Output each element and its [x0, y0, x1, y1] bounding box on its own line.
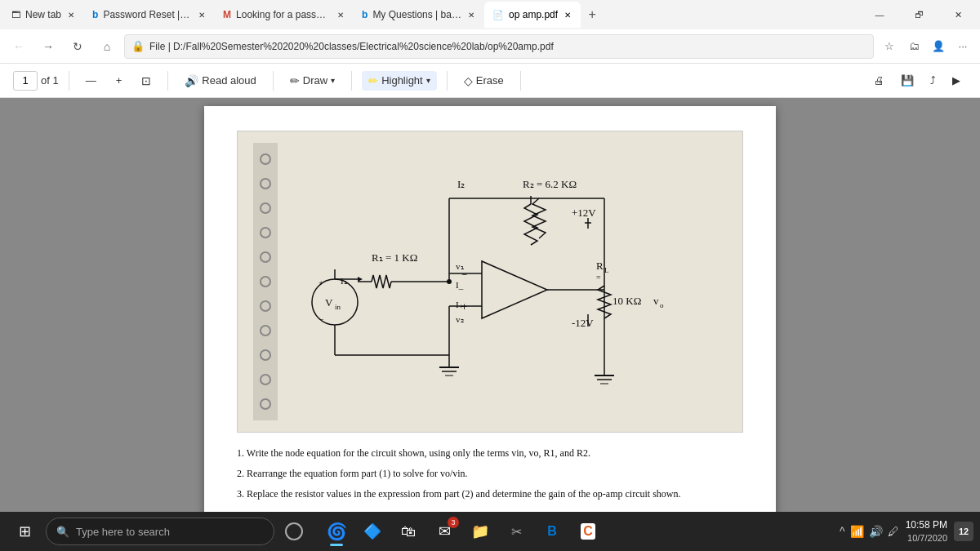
zoom-in-button[interactable]: + — [109, 71, 129, 90]
more-tools-button[interactable]: ▶ — [946, 71, 967, 90]
refresh-button[interactable]: ↻ — [65, 34, 90, 59]
taskbar-search-placeholder: Type here to search — [76, 526, 170, 538]
divider-5 — [447, 71, 448, 91]
wifi-icon[interactable]: 📶 — [850, 525, 864, 538]
tab-op-amp-close[interactable]: ✕ — [563, 9, 572, 21]
taskbar-bing[interactable]: B — [536, 515, 568, 548]
circuit-diagram: R₂ = 6.2 KΩ +12V V in + − — [237, 131, 743, 433]
taskbar-c[interactable]: C — [572, 515, 604, 548]
toolbar-right-icons: ☆ 🗂 👤 ··· — [879, 36, 973, 57]
divider-6 — [520, 71, 521, 91]
divider-3 — [273, 71, 274, 91]
explorer-icon: 📁 — [471, 522, 489, 540]
taskbar-store[interactable]: 🛍 — [392, 515, 425, 548]
taskbar-search[interactable]: 🔍 Type here to search — [46, 518, 274, 545]
question-1: 1. Write the node equation for the circu… — [237, 446, 743, 461]
pdf-toolbar-right: 🖨 💾 ⤴ ▶ — [867, 71, 967, 90]
tab-my-questions-label: My Questions | bartleby — [372, 9, 461, 20]
svg-text:+12V: +12V — [572, 207, 596, 219]
svg-text:R₂ = 6.2 KΩ: R₂ = 6.2 KΩ — [523, 178, 577, 190]
star-button[interactable]: ☆ — [879, 36, 900, 57]
notification-count[interactable]: 12 — [954, 522, 973, 541]
divider-2 — [167, 71, 168, 91]
search-icon: 🔍 — [56, 526, 69, 538]
zoom-out-button[interactable]: — — [79, 71, 103, 90]
svg-text:=: = — [596, 273, 601, 282]
restore-button[interactable]: 🗗 — [900, 0, 938, 29]
tab-looking-for-pw-close[interactable]: ✕ — [336, 9, 345, 21]
svg-text:v: v — [653, 295, 659, 307]
url-text: File | D:/Fall%20Semester%202020%20class… — [149, 41, 866, 52]
svg-marker-60 — [358, 277, 363, 282]
question-2: 2. Rearrange the equation form part (1) … — [237, 466, 743, 482]
address-input[interactable]: 🔒 File | D:/Fall%20Semester%202020%20cla… — [124, 34, 874, 59]
svg-text:10 KΩ: 10 KΩ — [612, 295, 641, 307]
tray-chevron[interactable]: ^ — [840, 525, 845, 538]
taskbar-mail[interactable]: ✉ 3 — [428, 515, 461, 548]
collections-button[interactable]: 🗂 — [903, 36, 924, 57]
fit-page-icon: ⊡ — [141, 74, 151, 87]
share-pdf-button[interactable]: ⤴ — [924, 71, 942, 90]
tab-new-tab[interactable]: 🗔 New tab ✕ — [3, 2, 84, 28]
svg-text:R: R — [596, 260, 604, 272]
tab-looking-for-pw[interactable]: M Looking for a password do ✕ — [215, 2, 354, 28]
tab-new-tab-close[interactable]: ✕ — [66, 9, 76, 21]
fit-page-button[interactable]: ⊡ — [135, 71, 158, 91]
save-button[interactable]: 💾 — [894, 71, 920, 90]
taskbar-right: ^ 📶 🔊 🖊 10:58 PM 10/7/2020 12 — [840, 518, 973, 544]
taskbar-snip[interactable]: ✂ — [500, 515, 532, 548]
tab-my-questions[interactable]: b My Questions | bartleby ✕ — [354, 2, 484, 28]
c-icon: C — [581, 523, 595, 540]
close-button[interactable]: ✕ — [939, 0, 977, 29]
title-bar: 🗔 New tab ✕ b Password Reset | bartleby … — [0, 0, 980, 29]
home-button[interactable]: ⌂ — [95, 34, 119, 59]
page-current-input[interactable] — [13, 71, 38, 91]
read-aloud-label: Read aloud — [202, 74, 256, 87]
settings-button[interactable]: ··· — [952, 36, 973, 57]
divider-1 — [69, 71, 69, 91]
draw-chevron-icon: ▾ — [331, 76, 335, 85]
tab-op-amp-icon: 📄 — [492, 10, 504, 20]
tab-password-reset-label: Password Reset | bartleby — [103, 9, 192, 20]
divider-4 — [351, 71, 352, 91]
erase-button[interactable]: ◇ Erase — [457, 71, 510, 91]
back-button[interactable]: ← — [7, 34, 31, 59]
pdf-content-area[interactable]: R₂ = 6.2 KΩ +12V V in + − — [0, 98, 980, 512]
more-tools-icon: ▶ — [952, 74, 960, 87]
highlight-icon: ✏ — [368, 74, 378, 87]
zoom-out-label: — — [86, 74, 96, 87]
date-display: 10/7/2020 — [906, 532, 947, 544]
svg-text:v₁: v₁ — [456, 261, 464, 271]
svg-text:I₂: I₂ — [457, 178, 465, 190]
share-button[interactable]: 👤 — [928, 36, 949, 57]
svg-text:in: in — [335, 303, 341, 311]
tab-op-amp[interactable]: 📄 op amp.pdf ✕ — [484, 2, 581, 28]
tab-password-reset-icon: b — [92, 9, 98, 20]
page-total-label: of 1 — [41, 74, 59, 87]
tab-password-reset[interactable]: b Password Reset | bartleby ✕ — [84, 2, 215, 28]
draw-button[interactable]: ✏ Draw ▾ — [283, 71, 341, 91]
print-button[interactable]: 🖨 — [867, 71, 891, 90]
start-button[interactable]: ⊞ — [7, 513, 42, 549]
tab-password-reset-close[interactable]: ✕ — [197, 9, 207, 21]
window-controls: — 🗗 ✕ — [861, 0, 977, 29]
volume-icon[interactable]: 🔊 — [869, 525, 883, 538]
svg-text:o: o — [660, 301, 664, 309]
svg-text:-12V: -12V — [572, 317, 594, 329]
taskbar-edge2[interactable]: 🔷 — [356, 515, 389, 548]
clock[interactable]: 10:58 PM 10/7/2020 — [906, 518, 947, 544]
cortana-icon — [285, 522, 303, 540]
pen-icon[interactable]: 🖊 — [888, 525, 899, 538]
store-icon: 🛍 — [401, 523, 416, 540]
taskbar-explorer[interactable]: 📁 — [464, 515, 497, 548]
tab-my-questions-close[interactable]: ✕ — [466, 9, 476, 21]
new-tab-button[interactable]: + — [581, 3, 604, 26]
svg-text:+: + — [318, 278, 323, 287]
highlight-button[interactable]: ✏ Highlight ▾ — [362, 71, 437, 91]
forward-button[interactable]: → — [36, 34, 60, 59]
taskbar-cortana[interactable] — [278, 515, 310, 548]
minimize-button[interactable]: — — [861, 0, 898, 29]
svg-rect-0 — [253, 143, 278, 420]
taskbar-edge[interactable]: 🌀 — [320, 515, 353, 548]
read-aloud-button[interactable]: 🔊 Read aloud — [178, 71, 263, 91]
